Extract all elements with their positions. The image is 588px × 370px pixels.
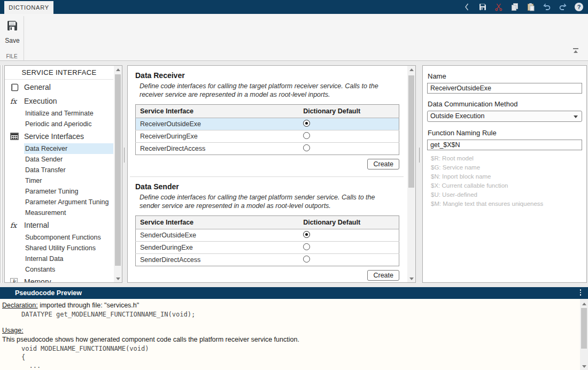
scrollbar-thumb[interactable]: [115, 74, 121, 266]
properties-splitter[interactable]: [419, 148, 420, 163]
service-name: SenderOutsideExe: [136, 229, 299, 242]
sidebar-scrollbar[interactable]: [114, 66, 122, 282]
sidebar-item-execution[interactable]: fx Execution: [5, 94, 113, 108]
data-receiver-table: Service Interface Dictionary Default Rec…: [135, 104, 399, 155]
table-row-receiver-during-exe[interactable]: ReceiverDuringExe: [136, 130, 399, 143]
scroll-down-icon[interactable]: [114, 275, 122, 282]
default-radio[interactable]: [303, 256, 310, 263]
redo-icon[interactable]: [558, 2, 568, 12]
sidebar-item-internal-data[interactable]: Internal Data: [24, 253, 113, 264]
sidebar-item-data-receiver[interactable]: Data Receiver: [24, 143, 113, 154]
sidebar-item-label: Periodic and Aperiodic: [25, 120, 91, 128]
sidebar-item-periodic-and-aperiodic[interactable]: Periodic and Aperiodic: [24, 119, 113, 129]
sidebar-item-constants[interactable]: Constants: [24, 264, 113, 275]
declaration-code: DATATYPE get_MODELNAME_FUNCTIONNAME_IN(v…: [2, 310, 577, 319]
center-scrollbar[interactable]: [407, 66, 415, 282]
data-sender-title: Data Sender: [135, 182, 399, 191]
sidebar-item-label: Subcomponent Functions: [25, 234, 101, 241]
save-icon[interactable]: [478, 2, 488, 12]
default-radio[interactable]: [303, 144, 310, 151]
minimize-ribbon-icon[interactable]: [572, 47, 579, 56]
usage-code-line: {: [2, 353, 577, 361]
default-radio[interactable]: [303, 120, 310, 127]
ribbon: Save FILE: [0, 14, 588, 61]
cut-icon[interactable]: [494, 2, 504, 12]
embedded-coder-dictionary-window: DICTIONARY: [0, 0, 588, 370]
pseudocode-preview-body: Declaration: imported through file: "ser…: [0, 299, 588, 370]
sidebar-item-label: Internal: [24, 221, 49, 229]
scrollbar-thumb[interactable]: [408, 75, 414, 188]
general-icon: [10, 83, 24, 92]
scroll-up-icon[interactable]: [407, 66, 415, 73]
hint-current-callable-function: $X: Current callable function: [431, 181, 582, 190]
sidebar-item-internal[interactable]: fx Internal: [5, 218, 113, 232]
save-button[interactable]: Save: [3, 19, 21, 44]
pseudocode-preview-header: Pseudocode Preview: [0, 287, 588, 299]
column-dictionary-default: Dictionary Default: [299, 105, 399, 118]
scroll-up-icon[interactable]: [114, 66, 122, 73]
sidebar-item-label: Initialize and Terminate: [25, 110, 94, 117]
sidebar-item-general[interactable]: General: [5, 80, 113, 94]
hint-service-name: $G: Service name: [431, 163, 582, 172]
toolstrip-bar: DICTIONARY: [0, 0, 588, 14]
toolbar-overflow-chevron-icon[interactable]: [462, 2, 471, 12]
sidebar-item-label: Constants: [25, 266, 55, 273]
name-input[interactable]: [427, 83, 582, 94]
file-section-label: FILE: [0, 53, 24, 59]
service-name: ReceiverDuringExe: [136, 130, 299, 143]
sidebar-item-shared-utility-functions[interactable]: Shared Utility Functions: [24, 243, 113, 253]
help-icon[interactable]: ?: [574, 2, 584, 12]
hint-root-model: $R: Root model: [431, 154, 582, 163]
default-radio[interactable]: [303, 132, 310, 139]
sidebar-item-memory[interactable]: k Memory: [5, 275, 113, 282]
paste-icon[interactable]: [526, 2, 536, 12]
scrollbar-thumb[interactable]: [581, 308, 587, 349]
data-receiver-description: Define code interfaces for calling the t…: [140, 82, 395, 99]
sidebar-item-service-interfaces[interactable]: Service Interfaces: [5, 129, 113, 143]
sidebar-item-data-sender[interactable]: Data Sender: [24, 154, 113, 165]
sidebar-item-label: Parameter Tuning: [25, 188, 78, 195]
panel-menu-icon[interactable]: [579, 289, 582, 297]
function-naming-rule-input[interactable]: [427, 140, 582, 150]
table-row-receiver-direct-access[interactable]: ReceiverDirectAccess: [136, 143, 399, 155]
default-radio[interactable]: [303, 231, 310, 238]
table-row-receiver-outside-exe[interactable]: ReceiverOutsideExe: [136, 118, 399, 130]
default-radio[interactable]: [303, 243, 310, 250]
table-row-sender-outside-exe[interactable]: SenderOutsideExe: [136, 229, 399, 242]
sidebar-item-measurement[interactable]: Measurement: [24, 207, 113, 218]
sidebar-item-initialize-and-terminate[interactable]: Initialize and Terminate: [24, 108, 113, 119]
declaration-label: Declaration:: [2, 302, 38, 309]
sidebar-item-label: Memory: [24, 278, 51, 282]
sidebar-splitter[interactable]: [124, 148, 125, 163]
create-sender-button[interactable]: Create: [367, 270, 399, 281]
undo-icon[interactable]: [542, 2, 552, 12]
sidebar-item-label: Data Transfer: [25, 166, 66, 174]
sidebar-item-label: Service Interfaces: [24, 132, 84, 141]
create-receiver-button[interactable]: Create: [367, 159, 399, 169]
sidebar-item-timer[interactable]: Timer: [24, 175, 113, 186]
table-row-sender-during-exe[interactable]: SenderDuringExe: [136, 242, 399, 254]
sidebar-item-parameter-tuning[interactable]: Parameter Tuning: [24, 186, 113, 197]
scroll-down-icon[interactable]: [407, 275, 415, 282]
scroll-up-icon[interactable]: [580, 300, 588, 307]
scroll-down-icon[interactable]: [580, 363, 588, 370]
data-communication-method-select[interactable]: Outside Execution: [427, 111, 582, 122]
quick-access-toolbar: ?: [462, 0, 584, 14]
save-floppy-icon: [6, 19, 19, 32]
copy-icon[interactable]: [510, 2, 520, 12]
table-header-row: Service Interface Dictionary Default: [136, 216, 399, 229]
sidebar-item-subcomponent-functions[interactable]: Subcomponent Functions: [24, 232, 113, 243]
service-interfaces-panel: Data Receiver Define code interfaces for…: [127, 65, 416, 283]
usage-line: Usage:: [2, 326, 577, 335]
selected-method: Outside Execution: [430, 112, 484, 120]
sidebar-item-parameter-argument-tuning[interactable]: Parameter Argument Tuning: [24, 197, 113, 207]
fx-icon: fx: [10, 97, 24, 105]
sidebar-item-data-transfer[interactable]: Data Transfer: [24, 165, 113, 175]
sidebar-item-label: Data Receiver: [25, 145, 67, 152]
table-row-sender-direct-access[interactable]: SenderDirectAccess: [136, 254, 399, 266]
tab-dictionary[interactable]: DICTIONARY: [4, 1, 53, 14]
preview-scrollbar[interactable]: [580, 299, 588, 370]
save-button-label: Save: [3, 37, 21, 44]
column-service-interface: Service Interface: [136, 105, 299, 118]
fx-icon: fx: [10, 221, 24, 229]
